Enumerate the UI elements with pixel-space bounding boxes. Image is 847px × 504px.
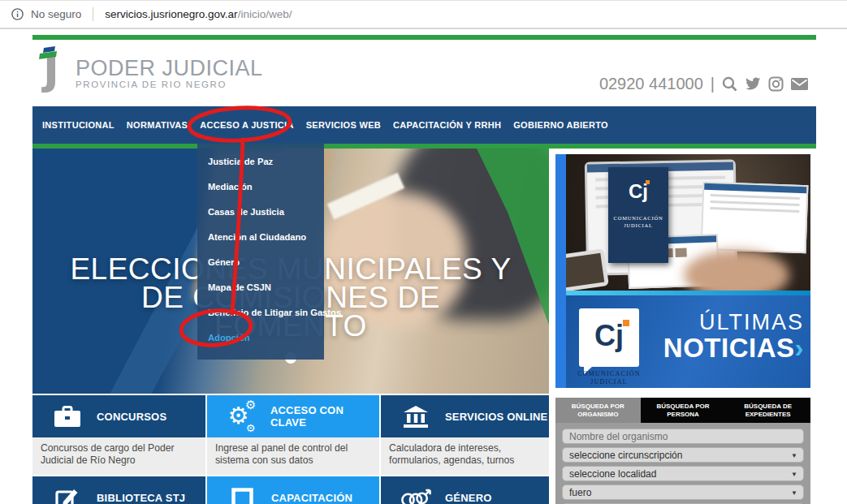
nav-gobierno-abierto[interactable]: GOBIERNO ABIERTO xyxy=(513,120,608,130)
logo-title: PODER JUDICIAL xyxy=(76,57,263,80)
chevron-down-icon: ▼ xyxy=(791,471,797,478)
news-title: ÚLTIMAS NOTICIAS› xyxy=(663,310,804,362)
screen-icon xyxy=(227,488,257,504)
tab-busqueda-de-expedientes[interactable]: BÚSQUEDA DE EXPEDIENTES xyxy=(725,398,810,423)
gender-icon xyxy=(400,487,431,504)
tab-busqueda-por-persona[interactable]: BÚSQUEDA POR PERSONA xyxy=(641,398,726,423)
header-contact: 02920 441000 | xyxy=(599,75,808,93)
ultimas-noticias-banner[interactable]: Cj COMUNICACIÓNJUDICIAL ÚLTIMAS NOTICIAS… xyxy=(566,291,810,388)
menu-item-justicia-de-paz[interactable]: Justicia de Paz xyxy=(197,149,324,174)
circunscripcion-select[interactable]: seleccione circunscripción ▼ xyxy=(562,447,804,463)
servicios-online-button[interactable]: SERVICIOS ONLINE xyxy=(381,395,549,437)
menu-item-casas-de-justicia[interactable]: Casas de Justicia xyxy=(197,199,324,224)
cj-logo-box: Cj xyxy=(579,308,639,367)
cj-promo-photo: Cj COMUNICACIÓNJUDICIAL xyxy=(566,154,810,291)
pencil-square-icon xyxy=(52,486,83,504)
biblioteca-stj-button[interactable]: BIBLIOTECA STJ xyxy=(32,476,205,504)
nav-acceso-a-justicia[interactable]: ACCESO A JUSTICIA xyxy=(200,120,294,130)
url-text[interactable]: servicios.jusrionegro.gov.ar/inicio/web/ xyxy=(105,8,292,20)
capacitacion-button[interactable]: CAPACITACIÓN xyxy=(207,476,379,504)
search-icon[interactable] xyxy=(722,76,737,92)
nav-green-strip xyxy=(32,144,816,149)
menu-item-atencion-al-ciudadano[interactable]: Atención al Ciudadano xyxy=(197,224,324,249)
localidad-select[interactable]: seleccione localidad ▼ xyxy=(562,466,804,481)
panel-blue-strip xyxy=(555,154,566,388)
chevron-down-icon: ▼ xyxy=(791,452,797,459)
ultimas-noticias-panel[interactable]: Cj COMUNICACIÓNJUDICIAL Cj COMUNICACIÓNJ… xyxy=(555,154,810,388)
gears-icon: ⚙ ⚙ ⚙ xyxy=(227,401,255,432)
genero-button[interactable]: GÉNERO xyxy=(381,476,549,504)
logo-flags-icon xyxy=(38,46,63,61)
security-label: No seguro xyxy=(31,8,81,20)
menu-item-adopcion[interactable]: Adopción xyxy=(197,325,324,350)
menu-item-mediacion[interactable]: Mediación xyxy=(197,174,324,199)
acceso-description: Ingrese al panel de control del sistema … xyxy=(207,437,379,475)
menu-item-genero[interactable]: Género xyxy=(197,249,324,274)
search-panel: BÚSQUEDA POR ORGANISMO BÚSQUEDA POR PERS… xyxy=(555,398,810,504)
acceso-a-justicia-dropdown: Justicia de Paz Mediación Casas de Justi… xyxy=(197,144,324,360)
servicios-description: Calculadora de intereses, formularios, a… xyxy=(381,437,549,475)
main-navigation: INSTITUCIONAL NORMATIVAS ACCESO A JUSTIC… xyxy=(32,106,816,144)
top-green-bar xyxy=(32,35,816,40)
service-cards: CONCURSOS Concursos de cargo del Poder J… xyxy=(32,395,549,504)
tablet-shape xyxy=(566,248,609,292)
acceso-con-clave-button[interactable]: ⚙ ⚙ ⚙ ACCESO CON CLAVE xyxy=(207,395,379,437)
logo-subtitle: PROVINCIA DE RIO NEGRO xyxy=(76,80,263,89)
search-tabs: BÚSQUEDA POR ORGANISMO BÚSQUEDA POR PERS… xyxy=(555,398,810,423)
twitter-icon[interactable] xyxy=(745,77,761,91)
card-column-acceso: ⚙ ⚙ ⚙ ACCESO CON CLAVE Ingrese al panel … xyxy=(207,395,379,504)
briefcase-icon xyxy=(52,406,83,428)
site-logo[interactable]: ȷ PODER JUDICIAL PROVINCIA DE RIO NEGRO xyxy=(37,45,263,99)
cj-logo-card: Cj COMUNICACIÓNJUDICIAL xyxy=(608,167,668,263)
instagram-icon[interactable] xyxy=(768,76,784,92)
logo-j-mark: ȷ xyxy=(37,45,72,99)
email-icon[interactable] xyxy=(791,78,808,90)
menu-item-mapa-de-csjn[interactable]: Mapa de CSJN xyxy=(197,274,324,299)
nav-normativas[interactable]: NORMATIVAS xyxy=(127,120,188,130)
bank-icon xyxy=(400,406,431,428)
news-arrow-icon: › xyxy=(795,333,805,363)
concursos-description: Concursos de cargo del Poder Judicial de… xyxy=(32,437,205,475)
menu-item-beneficio-litigar[interactable]: Beneficio de Litigar sin Gastos xyxy=(197,299,324,325)
browser-address-bar[interactable]: No seguro servicios.jusrionegro.gov.ar/i… xyxy=(0,0,847,29)
card-column-servicios: SERVICIOS ONLINE Calculadora de interese… xyxy=(381,395,549,504)
concursos-button[interactable]: CONCURSOS xyxy=(32,395,205,437)
nav-institucional[interactable]: INSTITUCIONAL xyxy=(42,120,115,130)
chevron-down-icon: ▼ xyxy=(791,489,797,497)
divider xyxy=(93,7,93,21)
fuero-select[interactable]: fuero ▼ xyxy=(562,485,804,500)
search-form: seleccione circunscripción ▼ seleccione … xyxy=(555,423,810,504)
tab-busqueda-por-organismo[interactable]: BÚSQUEDA POR ORGANISMO xyxy=(555,398,641,423)
organismo-name-input[interactable] xyxy=(562,429,804,444)
info-icon[interactable] xyxy=(11,8,24,20)
card-column-concursos: CONCURSOS Concursos de cargo del Poder J… xyxy=(32,395,205,504)
phone-number: 02920 441000 xyxy=(599,75,703,93)
nav-capacitacion-rrhh[interactable]: CAPACITACIÓN Y RRHH xyxy=(393,120,501,130)
cj-caption: COMUNICACIÓNJUDICIAL xyxy=(566,370,657,386)
nav-servicios-web[interactable]: SERVICIOS WEB xyxy=(306,120,381,130)
